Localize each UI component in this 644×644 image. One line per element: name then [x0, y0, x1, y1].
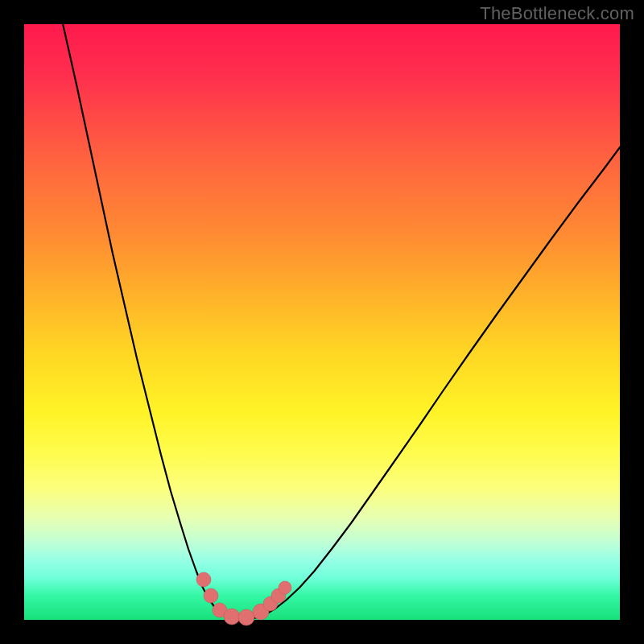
curve-marker [204, 588, 218, 603]
marker-group [196, 572, 291, 625]
chart-frame: TheBottleneck.com [0, 0, 644, 644]
curve-marker [238, 609, 254, 625]
bottleneck-curve-left [62, 20, 242, 620]
curve-marker [279, 581, 291, 594]
bottleneck-curve-right [242, 147, 620, 620]
curve-marker [196, 572, 211, 587]
curve-marker [224, 609, 240, 625]
chart-svg [24, 24, 620, 620]
attribution-text: TheBottleneck.com [480, 3, 634, 24]
